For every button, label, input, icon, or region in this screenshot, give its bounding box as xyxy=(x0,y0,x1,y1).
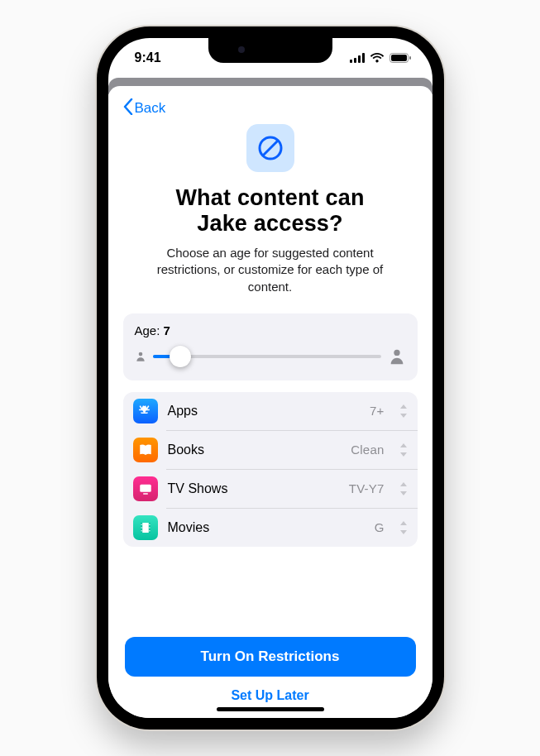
notch xyxy=(208,38,332,63)
svg-point-16 xyxy=(141,524,142,525)
page-subtitle: Choose an age for suggested content rest… xyxy=(123,245,418,295)
status-indicators xyxy=(350,53,411,63)
svg-rect-3 xyxy=(362,53,365,63)
page-title: What content can Jake access? xyxy=(123,185,418,237)
slider-thumb[interactable] xyxy=(170,346,191,367)
status-time: 9:41 xyxy=(135,50,161,65)
content-row-value: TV-Y7 xyxy=(349,481,385,495)
content-row-books[interactable]: Books Clean xyxy=(123,431,418,469)
battery-icon xyxy=(389,53,411,63)
svg-rect-1 xyxy=(354,58,356,63)
svg-rect-11 xyxy=(140,485,151,492)
svg-point-20 xyxy=(149,527,151,529)
content-row-label: TV Shows xyxy=(168,481,339,496)
svg-rect-12 xyxy=(143,493,148,495)
content-row-tvshows[interactable]: TV Shows TV-Y7 xyxy=(123,470,418,508)
stepper-icon xyxy=(399,443,408,457)
content-row-movies[interactable]: Movies G xyxy=(123,509,418,547)
appstore-icon xyxy=(133,399,158,423)
back-button[interactable]: Back xyxy=(123,98,166,119)
home-indicator[interactable] xyxy=(217,707,324,711)
content-row-apps[interactable]: Apps 7+ xyxy=(123,392,418,430)
nav-bar: Back xyxy=(123,94,418,122)
back-label: Back xyxy=(135,100,166,117)
cellular-icon xyxy=(350,53,365,63)
wifi-icon xyxy=(370,53,385,63)
age-label: Age: 7 xyxy=(135,323,406,337)
svg-rect-0 xyxy=(350,60,352,63)
svg-line-8 xyxy=(263,141,278,156)
chevron-left-icon xyxy=(123,98,133,119)
restrictions-icon xyxy=(246,124,294,172)
iphone-frame: 9:41 Back xyxy=(97,26,444,730)
content-row-value: G xyxy=(375,520,385,534)
age-card: Age: 7 xyxy=(123,313,418,380)
hero: What content can Jake access? Choose an … xyxy=(123,124,418,295)
books-icon xyxy=(133,438,158,462)
set-up-later-button[interactable]: Set Up Later xyxy=(125,677,416,711)
content-row-label: Books xyxy=(168,443,342,457)
age-slider[interactable] xyxy=(153,346,381,367)
svg-rect-6 xyxy=(409,56,411,60)
svg-point-19 xyxy=(149,524,151,525)
stepper-icon xyxy=(399,404,408,418)
turn-on-restrictions-button[interactable]: Turn On Restrictions xyxy=(125,637,416,677)
svg-point-18 xyxy=(141,530,142,532)
content-restrictions-sheet: Back What content can Jake access? Choos… xyxy=(108,86,432,718)
movies-icon xyxy=(133,515,158,540)
age-slider-row xyxy=(135,346,406,367)
svg-point-17 xyxy=(141,527,142,529)
svg-point-9 xyxy=(138,352,142,356)
tv-icon xyxy=(133,476,158,501)
content-row-label: Apps xyxy=(168,404,360,419)
content-row-value: 7+ xyxy=(370,404,385,418)
stepper-icon xyxy=(399,482,408,495)
stepper-icon xyxy=(399,521,408,534)
content-type-list: Apps 7+ Books Clean xyxy=(123,392,418,547)
person-large-icon xyxy=(388,347,406,366)
svg-point-10 xyxy=(394,350,399,356)
screen: 9:41 Back xyxy=(108,38,432,718)
footer: Turn On Restrictions Set Up Later xyxy=(123,627,418,718)
person-small-icon xyxy=(135,351,146,362)
age-value: 7 xyxy=(164,323,170,337)
content-row-value: Clean xyxy=(351,443,384,457)
content-row-label: Movies xyxy=(168,520,365,535)
svg-rect-2 xyxy=(358,55,361,63)
svg-rect-5 xyxy=(391,55,407,61)
svg-point-21 xyxy=(149,530,151,532)
